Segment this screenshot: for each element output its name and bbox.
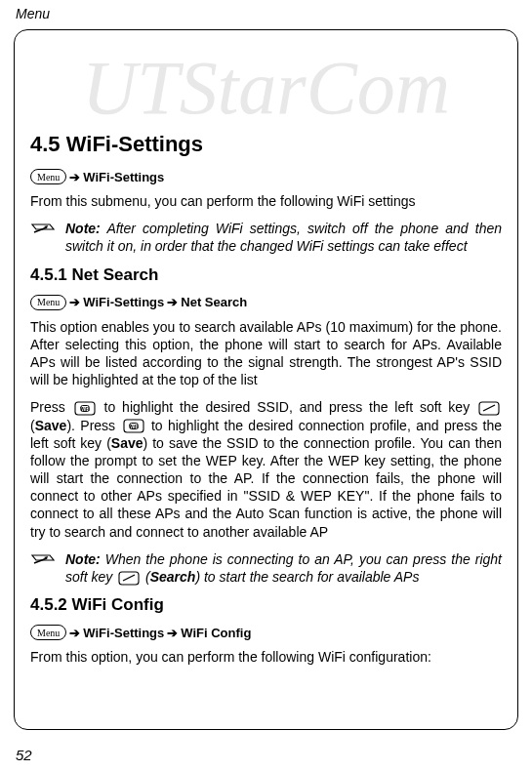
- intro-4-5: From this submenu, you can perform the f…: [30, 192, 502, 210]
- para-4-5-1-a: This option enables you to search availa…: [30, 318, 502, 389]
- heading-4-5: 4.5 WiFi-Settings: [30, 132, 502, 157]
- nav-net-search: Net Search: [181, 295, 247, 309]
- text: Press: [30, 399, 65, 415]
- note-label: Note:: [65, 551, 101, 567]
- breadcrumb-4-5-1: Menu ➔ WiFi-Settings ➔ Net Search: [30, 295, 502, 310]
- arrow-icon: ➔: [69, 295, 80, 309]
- page-number: 52: [16, 747, 32, 763]
- note-4-5: Note: After completing WiFi settings, sw…: [30, 220, 502, 255]
- text: ). Press: [66, 418, 115, 433]
- note-text: After completing WiFi settings, switch o…: [65, 221, 502, 254]
- breadcrumb-4-5-2: Menu ➔ WiFi-Settings ➔ WiFi Config: [30, 625, 502, 640]
- page-body: UTStarCom 4.5 WiFi-Settings Menu ➔ WiFi-…: [14, 29, 518, 730]
- para-4-5-2: From this option, you can perform the fo…: [30, 648, 502, 666]
- note-icon: [30, 222, 56, 239]
- text: ) to start the search for available APs: [195, 569, 419, 585]
- menu-icon: Menu: [30, 625, 66, 640]
- search-label: Search: [150, 569, 196, 585]
- text: to highlight the desired SSID, and press…: [104, 399, 471, 415]
- soft-key-icon: [478, 401, 500, 416]
- nav-wifi-settings: WiFi-Settings: [83, 626, 164, 640]
- page-header: Menu: [0, 0, 532, 21]
- watermark: UTStarCom: [30, 44, 502, 132]
- nav-key-icon: [123, 419, 144, 433]
- save-label: Save: [111, 435, 143, 451]
- breadcrumb-4-5: Menu ➔ WiFi-Settings: [30, 169, 502, 184]
- note-label: Note:: [65, 221, 101, 236]
- menu-icon: Menu: [30, 169, 66, 184]
- save-label: Save: [35, 418, 67, 433]
- para-4-5-1-b: Press to highlight the desired SSID, and…: [30, 398, 502, 541]
- arrow-icon: ➔: [167, 295, 178, 309]
- note-4-5-1: Note: When the phone is connecting to an…: [30, 550, 502, 586]
- nav-key-icon: [74, 401, 96, 416]
- nav-wifi-settings: WiFi-Settings: [83, 295, 164, 309]
- soft-key-icon: [118, 571, 140, 586]
- note-icon: [30, 552, 56, 570]
- nav-wifi-config: WiFi Config: [181, 626, 251, 640]
- heading-4-5-2: 4.5.2 WiFi Config: [30, 595, 502, 615]
- nav-wifi-settings: WiFi-Settings: [83, 170, 164, 184]
- arrow-icon: ➔: [69, 170, 80, 184]
- arrow-icon: ➔: [69, 626, 80, 640]
- menu-icon: Menu: [30, 295, 66, 310]
- arrow-icon: ➔: [167, 626, 178, 640]
- heading-4-5-1: 4.5.1 Net Search: [30, 265, 502, 285]
